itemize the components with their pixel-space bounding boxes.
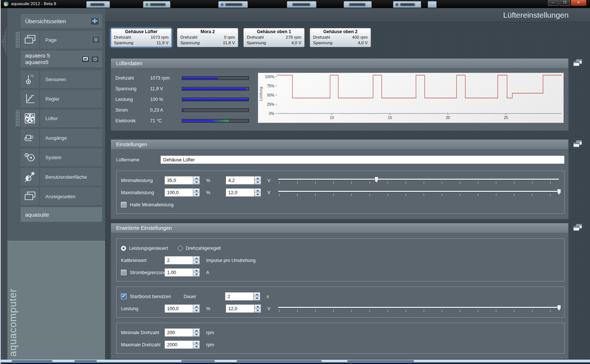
spin-up-button[interactable]: [193, 341, 199, 345]
fan-card-gehaeuse-oben-2[interactable]: Gehäuse oben 2 Drehzahl400 rpm Spannung4…: [310, 28, 371, 47]
taskbar-new-tab[interactable]: [428, 1, 437, 8]
spin-up-button[interactable]: [254, 293, 260, 297]
main-content: Lüftereinstellungen Gehäuse Lüfter Drehz…: [105, 8, 590, 360]
thermometer-icon: °C: [21, 70, 39, 88]
fan-name-input[interactable]: [160, 155, 565, 164]
spin-up-button[interactable]: [193, 256, 199, 260]
fan-name-label: Lüftername: [116, 157, 160, 162]
boost-power-volt-input[interactable]: [226, 304, 254, 313]
taskbar-tab[interactable]: [143, 1, 170, 8]
panel-title: Einstellungen: [116, 141, 147, 147]
seconds-unit-label: s: [260, 294, 277, 299]
fan-card-mora-2[interactable]: Mora 2 Drehzahl0 rpm Spannung11,8 V: [177, 28, 238, 47]
spin-down-button[interactable]: [193, 309, 199, 312]
aquasuite-section-header[interactable]: aquasuite: [21, 207, 102, 222]
taskbar-tab[interactable]: [393, 1, 421, 8]
minimize-button[interactable]: –: [548, 0, 559, 6]
current-limit-input[interactable]: [164, 268, 193, 277]
current-limit-field: [164, 268, 200, 277]
stat-row: Spannung 11,9 V: [115, 83, 253, 94]
calibration-input[interactable]: [164, 256, 193, 265]
close-button[interactable]: ✕: [571, 0, 586, 6]
contrast-icon: [21, 168, 39, 186]
min-power-slider[interactable]: [278, 176, 559, 185]
maximize-button[interactable]: ❐: [559, 0, 570, 6]
monitor-icon: [83, 57, 88, 60]
max-power-volt-input[interactable]: [226, 188, 254, 197]
taskbar-tab[interactable]: [86, 1, 110, 8]
mode-rpm-radio[interactable]: [178, 246, 183, 251]
sidebar-item-system[interactable]: System: [21, 148, 102, 166]
spin-up-button[interactable]: [193, 329, 199, 333]
spin-up-button[interactable]: [193, 176, 199, 181]
boost-power-percent-field: [164, 304, 200, 313]
spin-down-button[interactable]: [193, 345, 199, 349]
spin-down-button[interactable]: [254, 297, 260, 300]
spin-up-button[interactable]: [254, 176, 261, 181]
sidebar-collapse-rail[interactable]: [1, 8, 7, 360]
spin-up-button[interactable]: [193, 269, 199, 273]
duration-input[interactable]: [225, 292, 253, 301]
undock-panel-button[interactable]: [572, 59, 583, 68]
boost-power-percent-input[interactable]: [164, 304, 193, 313]
stat-bar: [182, 119, 249, 123]
min-rpm-input[interactable]: [164, 328, 193, 337]
mode-power-radio[interactable]: [121, 246, 126, 251]
hold-min-power-checkbox[interactable]: [121, 202, 126, 207]
max-rpm-field: [164, 340, 200, 349]
volt-unit-label: V: [261, 306, 278, 311]
min-rpm-field: [164, 328, 200, 337]
spin-down-button[interactable]: [254, 181, 261, 184]
taskbar-tab[interactable]: [287, 1, 316, 8]
spin-up-button[interactable]: [193, 305, 199, 309]
sidebar-item-ausgaenge[interactable]: Ausgänge: [21, 129, 102, 147]
sidebar-item-label: Regler: [45, 96, 59, 102]
boost-power-slider[interactable]: [278, 304, 559, 314]
sidebar-item-sensoren[interactable]: °C Sensoren: [21, 70, 102, 88]
min-power-percent-input[interactable]: [164, 176, 193, 185]
fan-card-gehaeuse-oben-1[interactable]: Gehäuse oben 1 Drehzahl278 rpm Spannung4…: [243, 28, 305, 47]
spin-down-button[interactable]: [193, 260, 199, 264]
taskbar-tab[interactable]: [218, 1, 248, 8]
gears-icon: [21, 148, 39, 166]
max-power-slider[interactable]: [278, 188, 559, 197]
spin-down-button[interactable]: [254, 309, 261, 312]
plug-icon: [21, 129, 39, 147]
save-to-device-button[interactable]: [81, 55, 90, 63]
spin-up-button[interactable]: [254, 305, 261, 309]
spin-down-button[interactable]: [254, 193, 261, 196]
fan-card-gehaeuse-luefter[interactable]: Gehäuse Lüfter Drehzahl1073 rpm Spannung…: [111, 28, 172, 47]
device-settings-button[interactable]: ⚙: [91, 55, 99, 63]
add-page-button[interactable]: [90, 17, 99, 25]
page-settings-button[interactable]: ⚙: [92, 36, 100, 43]
device-name: aquaero 5: [25, 52, 50, 59]
current-limit-checkbox[interactable]: [121, 270, 126, 275]
min-rpm-label: Minimale Drehzahl: [121, 330, 164, 335]
spin-up-button[interactable]: [254, 189, 261, 193]
sidebar-item-anzeigeseiten[interactable]: 1 Anzeigeseiten: [21, 188, 102, 205]
spin-down-button[interactable]: [193, 333, 199, 336]
mode-rpm-label: Drehzahlgeregelt: [186, 246, 221, 251]
sidebar-item-page[interactable]: 1 Page ⚙: [21, 31, 102, 49]
spin-up-button[interactable]: [193, 189, 199, 193]
taskbar-tab[interactable]: [344, 1, 372, 8]
max-power-volt-field: [226, 188, 261, 197]
sidebar-item-benutzeroberflaeche[interactable]: Benutzeroberfläche: [21, 168, 102, 186]
spin-down-button[interactable]: [193, 181, 199, 184]
active-dots-decor: [15, 32, 20, 48]
sidebar-item-regler[interactable]: Regler: [21, 90, 102, 108]
spin-down-button[interactable]: [193, 273, 199, 276]
fan-cards-row: Gehäuse Lüfter Drehzahl1073 rpm Spannung…: [111, 28, 590, 47]
startboost-checkbox[interactable]: [121, 294, 126, 299]
max-rpm-input[interactable]: [164, 340, 193, 349]
undock-panel-button[interactable]: [572, 223, 583, 232]
boost-power-label: Leistung: [121, 306, 164, 311]
spin-down-button[interactable]: [193, 193, 199, 196]
fan-card-title: Gehäuse oben 1: [247, 29, 301, 34]
max-power-percent-input[interactable]: [164, 188, 193, 197]
min-power-volt-input[interactable]: [226, 176, 254, 185]
sidebar-item-luefter[interactable]: Lüfter: [21, 109, 102, 127]
os-taskbar-sliver[interactable]: [1, 360, 590, 363]
device-profile: aquaero5: [25, 59, 48, 65]
undock-panel-button[interactable]: [572, 140, 583, 149]
